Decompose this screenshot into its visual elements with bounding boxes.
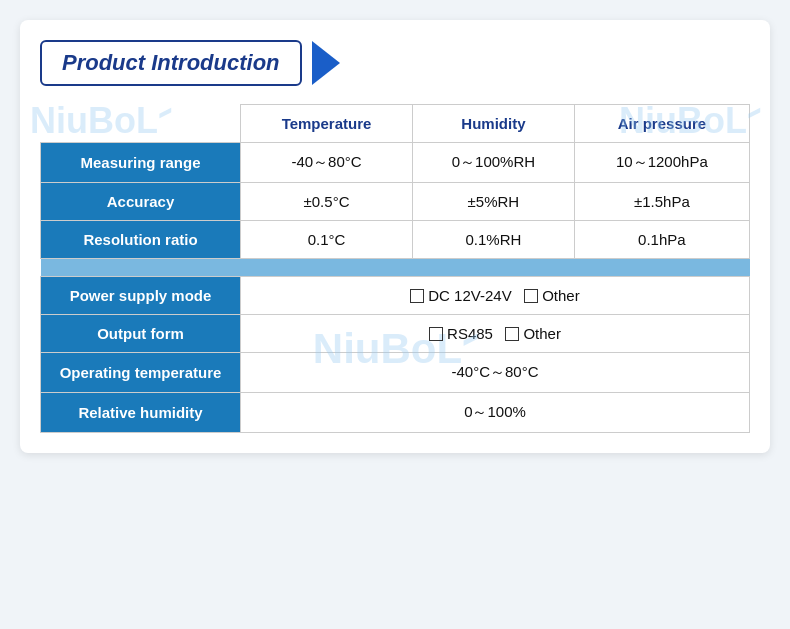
pres-resolution: 0.1hPa <box>574 221 749 259</box>
checkbox-rs485 <box>429 327 443 341</box>
table-header-row: Temperature Humidity Air pressure <box>41 105 750 143</box>
header-temperature: Temperature <box>241 105 413 143</box>
hum-resolution: 0.1%RH <box>413 221 575 259</box>
table-row-operating-temp: Operating temperature -40°C～80°C <box>41 353 750 393</box>
label-resolution: Resolution ratio <box>41 221 241 259</box>
table-row-accuracy: Accuracy ±0.5°C ±5%RH ±1.5hPa <box>41 183 750 221</box>
checkbox-dc <box>410 289 424 303</box>
hum-measuring-range: 0～100%RH <box>413 143 575 183</box>
header-air-pressure: Air pressure <box>574 105 749 143</box>
value-power-supply: DC 12V-24V Other <box>241 277 750 315</box>
checkbox-other-output <box>505 327 519 341</box>
label-measuring-range: Measuring range <box>41 143 241 183</box>
spec-table: Temperature Humidity Air pressure Measur… <box>40 104 750 433</box>
table-row-output-form: Output form RS485 Other <box>41 315 750 353</box>
value-output-form: RS485 Other <box>241 315 750 353</box>
value-relative-humidity: 0～100% <box>241 393 750 433</box>
hum-accuracy: ±5%RH <box>413 183 575 221</box>
label-relative-humidity: Relative humidity <box>41 393 241 433</box>
value-operating-temp: -40°C～80°C <box>241 353 750 393</box>
title-arrow-decoration <box>312 41 340 85</box>
product-card: NiuBoL𝅪 NiuBoL𝅪 NiuBoL𝅪 Product Introduc… <box>20 20 770 453</box>
table-row-measuring-range: Measuring range -40～80°C 0～100%RH 10～120… <box>41 143 750 183</box>
pres-accuracy: ±1.5hPa <box>574 183 749 221</box>
title-box: Product Introduction <box>40 40 302 86</box>
label-power-supply: Power supply mode <box>41 277 241 315</box>
temp-accuracy: ±0.5°C <box>241 183 413 221</box>
header-humidity: Humidity <box>413 105 575 143</box>
temp-resolution: 0.1°C <box>241 221 413 259</box>
pres-measuring-range: 10～1200hPa <box>574 143 749 183</box>
label-accuracy: Accuracy <box>41 183 241 221</box>
header-empty <box>41 105 241 143</box>
label-output-form: Output form <box>41 315 241 353</box>
table-row-resolution: Resolution ratio 0.1°C 0.1%RH 0.1hPa <box>41 221 750 259</box>
temp-measuring-range: -40～80°C <box>241 143 413 183</box>
page-title: Product Introduction <box>62 50 280 76</box>
table-spacer <box>41 259 750 277</box>
label-operating-temp: Operating temperature <box>41 353 241 393</box>
checkbox-other-power <box>524 289 538 303</box>
title-container: Product Introduction <box>40 40 750 86</box>
table-row-relative-humidity: Relative humidity 0～100% <box>41 393 750 433</box>
table-row-power-supply: Power supply mode DC 12V-24V Other <box>41 277 750 315</box>
